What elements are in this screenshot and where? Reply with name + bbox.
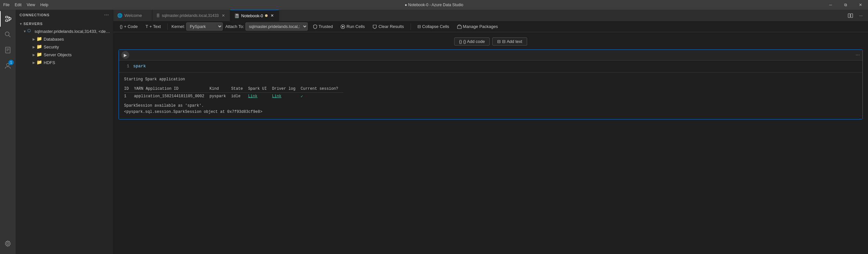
split-editor-button[interactable] [846,11,855,20]
tree-item-security[interactable]: ▶ 📁 Security [16,43,113,51]
welcome-tab-label: Welcome [124,13,142,18]
cell-kind: pyspark [209,93,231,100]
tab-sqlmaster[interactable]: 🗄 sqlmaster.pridelands.local,31433 ✕ [152,10,230,21]
col-spark-ui: Spark UI [248,85,272,93]
svg-marker-19 [373,25,376,29]
clear-results-button[interactable]: Clear Results [370,23,406,30]
tree-item-databases[interactable]: ▶ 📁 Databases [16,35,113,43]
svg-rect-16 [851,14,853,17]
run-cells-button[interactable]: Run Cells [338,23,367,30]
code-content: spark [133,63,146,70]
connections-icon [5,15,12,23]
tab-notebook[interactable]: 📓 Notebook-0 ✕ [230,10,279,21]
servers-section[interactable]: ▼ SERVERS [16,20,113,27]
gear-icon [4,240,11,247]
security-label: Security [43,44,59,49]
svg-point-14 [7,243,9,245]
output-starting-text: Starting Spark application [124,76,857,83]
activity-item-connections[interactable] [0,11,16,27]
cell-spark-ui-link[interactable]: Link [248,93,272,100]
col-id: ID [124,85,134,93]
manage-packages-label: Manage Packages [463,24,498,29]
menu-bar[interactable]: File Edit View Help [3,3,49,7]
notebook-content: {} {} Add code ⊟ ⊟ Add text ▶ ··· 1 spar… [113,32,868,254]
activity-item-search[interactable] [0,27,16,42]
svg-rect-15 [848,14,850,17]
col-kind: Kind [209,85,231,93]
cell-current-session: ✓ [301,93,343,100]
files-icon [4,46,11,54]
activity-bar: 1 [0,10,16,254]
add-text-cell-button[interactable]: ⊟ ⊟ Add text [492,37,527,45]
toolbar-separator-1 [167,24,168,30]
svg-rect-0 [5,16,8,18]
line-number: 1 [124,63,129,70]
add-code-cell-label: {} Add code [463,39,485,44]
split-editor-icon [848,13,853,18]
kernel-select[interactable]: PySpark Python 3 Spark | Scala [186,23,223,31]
add-code-cell-button[interactable]: {} {} Add code [454,37,490,45]
restore-button[interactable]: ⧉ [838,0,853,10]
activity-item-accounts[interactable]: 1 [0,58,16,73]
notebook-tab-close[interactable]: ✕ [270,13,275,18]
sqlmaster-tab-close[interactable]: ✕ [221,13,226,18]
cell-run-button[interactable]: ▶ [121,51,129,59]
security-chevron: ▶ [31,44,36,49]
add-text-label: + Text [150,24,161,29]
sqlmaster-tab-label: sqlmaster.pridelands.local,31433 [162,13,219,18]
spark-ui-link[interactable]: Link [248,94,257,99]
activity-item-settings[interactable] [0,236,16,251]
cell-driver-log-link[interactable]: Link [272,93,301,100]
collapse-cells-icon: ⊟ [417,24,421,29]
window-controls[interactable]: ─ ⧉ ✕ [823,0,868,10]
cell-state: idle [231,93,248,100]
menu-view[interactable]: View [27,3,35,7]
search-icon [4,31,11,38]
collapse-cells-button[interactable]: ⊟ Collapse Cells [415,23,452,30]
sidebar-header: CONNECTIONS ··· [16,10,113,20]
more-actions-button[interactable]: ··· [856,11,865,20]
cell-id: 1 [124,93,134,100]
menu-file[interactable]: File [3,3,9,7]
server-node[interactable]: ▼ ⬡ sqlmaster.pridelands.local,31433, <d… [16,27,113,35]
servers-label: SERVERS [24,22,43,26]
trusted-button[interactable]: Trusted [310,23,336,30]
svg-marker-18 [342,26,344,28]
code-cell: ▶ ··· 1 spark Starting Spark application… [119,49,863,119]
driver-log-link[interactable]: Link [272,94,282,99]
svg-rect-20 [458,26,461,29]
add-text-button[interactable]: T + Text [143,23,163,30]
notebook-tab-dot [265,14,268,17]
minimize-button[interactable]: ─ [823,0,838,10]
server-objects-folder-icon: 📁 [36,52,42,58]
menu-edit[interactable]: Edit [14,3,22,7]
add-text-cell-icon: ⊟ [497,39,501,44]
tree-item-server-objects[interactable]: ▶ 📁 Server Objects [16,51,113,59]
svg-rect-1 [5,20,8,22]
cell-more-button[interactable]: ··· [856,52,860,58]
add-code-button[interactable]: {} + Code [117,23,140,30]
svg-line-8 [9,35,11,37]
servers-chevron: ▼ [18,21,24,26]
tree-item-hdfs[interactable]: ▶ 📁 HDFS [16,59,113,66]
hdfs-label: HDFS [43,60,55,65]
menu-help[interactable]: Help [40,3,49,7]
activity-item-explorer[interactable] [0,42,16,58]
notebook-tab-label: Notebook-0 [241,13,263,18]
window-title: ● Notebook-0 - Azure Data Studio [405,3,463,7]
col-yarn: YARN Application ID [134,85,209,93]
clear-results-icon [372,25,377,29]
sidebar-more-button[interactable]: ··· [104,12,109,17]
manage-packages-button[interactable]: Manage Packages [455,23,501,30]
run-cells-icon [341,25,345,29]
tab-welcome[interactable]: 🌐 Welcome [113,10,152,21]
kernel-label: Kernel: [172,24,185,29]
hdfs-folder-icon: 📁 [36,60,42,65]
cell-code[interactable]: 1 spark [119,61,863,72]
notebook-tab-icon: 📓 [234,13,239,18]
close-button[interactable]: ✕ [853,0,868,10]
server-icon: ⬡ [27,28,33,34]
hdfs-chevron: ▶ [31,60,36,65]
attach-select[interactable]: sqlmaster.pridelands.local,: [246,23,308,31]
tab-right-actions: ··· [843,10,868,21]
